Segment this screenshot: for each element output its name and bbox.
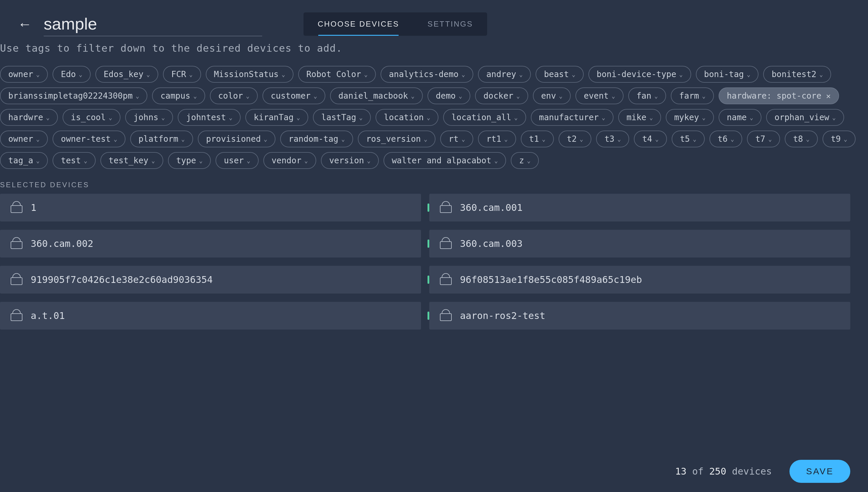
filter-tag[interactable]: demo⌄: [428, 88, 470, 104]
chevron-down-icon: ⌄: [819, 71, 823, 78]
filter-tag[interactable]: mykey⌄: [666, 109, 714, 126]
tag-label: t6: [718, 134, 728, 144]
filter-tag[interactable]: type⌄: [168, 152, 211, 169]
selected-devices-heading: SELECTED DEVICES: [0, 175, 868, 194]
filter-tag[interactable]: mike⌄: [618, 109, 661, 126]
filter-tag[interactable]: daniel_macbook⌄: [330, 88, 423, 104]
filter-tag[interactable]: brianssimpletag02224300pm⌄: [0, 88, 147, 104]
filter-tag[interactable]: provisioned⌄: [198, 130, 276, 147]
filter-tag[interactable]: johntest⌄: [178, 109, 240, 126]
filter-tag[interactable]: kiranTag⌄: [245, 109, 308, 126]
tag-label: boni-device-type: [597, 69, 676, 79]
filter-tag[interactable]: analytics-demo⌄: [381, 66, 473, 83]
filter-tag[interactable]: version⌄: [321, 152, 379, 169]
chevron-down-icon: ⌄: [768, 136, 772, 143]
filter-tag[interactable]: customer⌄: [262, 88, 325, 104]
device-row[interactable]: 919905f7c0426c1e38e2c60ad9036354: [0, 266, 421, 294]
filter-tag[interactable]: platform⌄: [130, 130, 193, 147]
filter-tag[interactable]: boni-tag⌄: [696, 66, 759, 83]
device-icon: [9, 311, 22, 321]
filter-tag[interactable]: docker⌄: [475, 88, 528, 104]
tab-choose-devices[interactable]: CHOOSE DEVICES: [304, 13, 413, 36]
device-row[interactable]: 360.cam.002: [0, 230, 421, 257]
filter-tag[interactable]: color⌄: [210, 88, 258, 104]
save-button[interactable]: SAVE: [789, 460, 850, 483]
filter-tag[interactable]: t9⌄: [822, 130, 856, 147]
device-count-text: 13 of 250 devices: [675, 466, 772, 477]
filter-tag[interactable]: MissionStatus⌄: [206, 66, 293, 83]
filter-tag[interactable]: rt1⌄: [478, 130, 516, 147]
filter-tag[interactable]: user⌄: [215, 152, 258, 169]
filter-tag[interactable]: random-tag⌄: [280, 130, 353, 147]
filter-tag[interactable]: johns⌄: [125, 109, 173, 126]
tag-label: provisioned: [206, 134, 261, 144]
filter-tag[interactable]: t5⌄: [672, 130, 705, 147]
tab-settings[interactable]: SETTINGS: [413, 13, 487, 36]
filter-tag[interactable]: env⌄: [533, 88, 571, 104]
filter-tag[interactable]: campus⌄: [152, 88, 205, 104]
filter-tag[interactable]: t7⌄: [747, 130, 780, 147]
filter-tag[interactable]: t4⌄: [634, 130, 667, 147]
filter-tag[interactable]: walter and alpacabot⌄: [384, 152, 506, 169]
filter-tag[interactable]: Edos_key⌄: [95, 66, 158, 83]
close-icon[interactable]: ✕: [826, 92, 831, 100]
filter-tag[interactable]: t3⌄: [596, 130, 629, 147]
filter-tag[interactable]: is_cool⌄: [62, 109, 121, 126]
filter-tag[interactable]: tag_a⌄: [0, 152, 48, 169]
device-name: 96f08513ae1f8e55c085f489a65c19eb: [460, 274, 642, 285]
filter-tag[interactable]: ros_version⌄: [358, 130, 435, 147]
filter-tag[interactable]: Robot Color⌄: [298, 66, 376, 83]
device-row[interactable]: a.t.01: [0, 302, 421, 329]
filter-tag[interactable]: vendor⌄: [263, 152, 316, 169]
back-arrow-icon[interactable]: ←: [18, 17, 32, 31]
view-name-input[interactable]: [44, 12, 262, 36]
filter-tag[interactable]: fan⌄: [628, 88, 666, 104]
filter-tag[interactable]: test⌄: [53, 152, 95, 169]
filter-tag[interactable]: farm⌄: [671, 88, 714, 104]
filter-tag[interactable]: beast⌄: [536, 66, 583, 83]
filter-hint-text: Use tags to filter down to the desired d…: [0, 42, 868, 66]
filter-tag[interactable]: location_all⌄: [443, 109, 526, 126]
filter-tag[interactable]: Edo⌄: [53, 66, 91, 83]
chevron-down-icon: ⌄: [229, 114, 232, 121]
chevron-down-icon: ⌄: [612, 93, 615, 100]
filter-tag[interactable]: event⌄: [576, 88, 623, 104]
device-row[interactable]: aaron-ros2-test: [429, 302, 850, 329]
filter-tag[interactable]: hardware: spot-core✕: [719, 88, 839, 104]
filter-tag[interactable]: z⌄: [511, 152, 539, 169]
filter-tag[interactable]: test_key⌄: [100, 152, 163, 169]
filter-tag[interactable]: location⌄: [376, 109, 438, 126]
filter-tag[interactable]: t2⌄: [559, 130, 592, 147]
chevron-down-icon: ⌄: [747, 71, 750, 78]
filter-tag[interactable]: FCR⌄: [163, 66, 201, 83]
filter-tag[interactable]: rt⌄: [440, 130, 473, 147]
filter-tag[interactable]: t6⌄: [710, 130, 742, 147]
filter-tag[interactable]: owner⌄: [0, 130, 48, 147]
filter-tag[interactable]: name⌄: [719, 109, 761, 126]
filter-tag[interactable]: lastTag⌄: [313, 109, 371, 126]
filter-tag[interactable]: andrey⌄: [478, 66, 531, 83]
chevron-down-icon: ⌄: [572, 71, 576, 78]
chevron-down-icon: ⌄: [109, 114, 112, 121]
filter-tag[interactable]: hardwre⌄: [0, 109, 58, 126]
tag-label: hardware: spot-core: [727, 91, 821, 101]
filter-tag[interactable]: manufacturer⌄: [531, 109, 613, 126]
device-row[interactable]: 96f08513ae1f8e55c085f489a65c19eb: [429, 266, 850, 294]
filter-tag[interactable]: t8⌄: [785, 130, 818, 147]
filter-tag[interactable]: orphan_view⌄: [766, 109, 844, 126]
filter-tag[interactable]: boni-device-type⌄: [588, 66, 691, 83]
chevron-down-icon: ⌄: [424, 136, 427, 143]
chevron-down-icon: ⌄: [580, 136, 583, 143]
filter-tag[interactable]: owner-test⌄: [53, 130, 126, 147]
filter-tag[interactable]: t1⌄: [521, 130, 554, 147]
footer-bar: 13 of 250 devices SAVE: [0, 451, 868, 492]
device-icon: [439, 202, 452, 213]
filter-tag[interactable]: owner⌄: [0, 66, 48, 83]
filter-tag[interactable]: bonitest2⌄: [763, 66, 831, 83]
device-row[interactable]: 1: [0, 194, 421, 221]
chevron-down-icon: ⌄: [359, 114, 362, 121]
device-icon: [439, 311, 452, 321]
device-row[interactable]: 360.cam.001: [429, 194, 850, 221]
device-name: 1: [31, 202, 36, 213]
device-row[interactable]: 360.cam.003: [429, 230, 850, 257]
